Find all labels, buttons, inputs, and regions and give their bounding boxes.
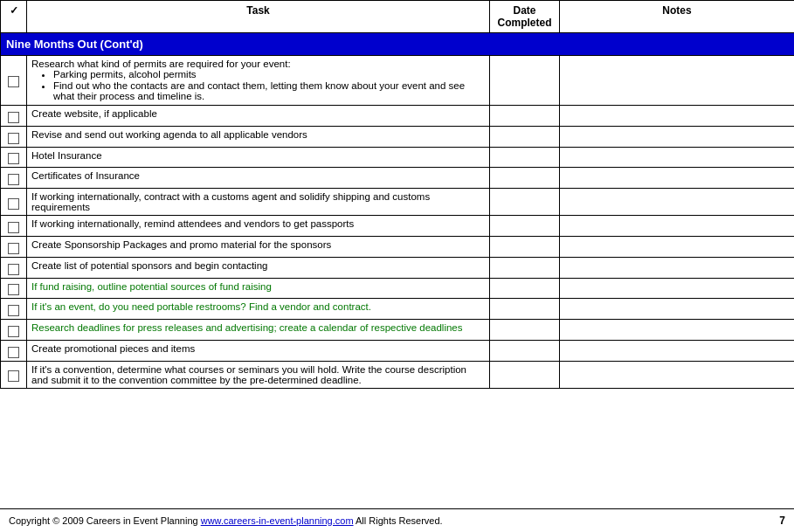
task-header: Task [27, 1, 490, 33]
table-row: If it's an event, do you need portable r… [1, 299, 795, 320]
task-text: If fund raising, outline potential sourc… [31, 281, 272, 292]
notes-cell [560, 126, 795, 147]
task-text: Create promotional pieces and items [31, 343, 195, 354]
checkbox-icon [8, 264, 19, 275]
check-cell [1, 216, 27, 237]
main-table: ✓ Task Date Completed Notes Nine Months … [0, 0, 794, 389]
copyright-text: Copyright © 2009 Careers in Event Planni… [9, 515, 198, 526]
table-row: Certificates of Insurance [1, 168, 795, 189]
task-cell: Create Sponsorship Packages and promo ma… [27, 236, 490, 257]
task-text: If it's a convention, determine what cou… [31, 364, 466, 385]
date-cell [490, 361, 560, 388]
footer-link[interactable]: www.careers-in-event-planning.com [201, 515, 354, 526]
check-cell [1, 299, 27, 320]
notes-cell [560, 168, 795, 189]
date-cell [490, 147, 560, 168]
date-cell [490, 189, 560, 216]
table-row: Create list of potential sponsors and be… [1, 257, 795, 278]
date-cell [490, 216, 560, 237]
checkbox-icon [8, 153, 19, 164]
check-cell [1, 56, 27, 106]
checkbox-icon [8, 198, 19, 210]
notes-cell [560, 320, 795, 341]
notes-cell [560, 361, 795, 388]
checkbox-icon [8, 112, 19, 123]
table-row: Research what kind of permits are requir… [1, 56, 795, 106]
table-row: Hotel Insurance [1, 147, 795, 168]
task-text: Certificates of Insurance [31, 170, 140, 181]
check-cell [1, 257, 27, 278]
notes-cell [560, 216, 795, 237]
notes-cell [560, 278, 795, 299]
check-header: ✓ [1, 1, 27, 33]
date-cell [490, 56, 560, 106]
list-item: Find out who the contacts are and contac… [53, 80, 485, 101]
checkbox-icon [8, 243, 19, 254]
task-cell: Create promotional pieces and items [27, 340, 490, 361]
table-row: Create website, if applicable [1, 106, 795, 127]
date-cell [490, 278, 560, 299]
task-text: If working internationally, contract wit… [31, 191, 430, 212]
task-text: Create list of potential sponsors and be… [31, 260, 267, 271]
page-container: ✓ Task Date Completed Notes Nine Months … [0, 0, 794, 532]
notes-cell [560, 189, 795, 216]
checkbox-icon [8, 76, 19, 87]
task-text: Create website, if applicable [31, 108, 157, 119]
table-row: Revise and send out working agenda to al… [1, 126, 795, 147]
task-text: Research what kind of permits are requir… [31, 59, 291, 69]
footer-left: Copyright © 2009 Careers in Event Planni… [9, 515, 779, 526]
check-cell [1, 106, 27, 127]
checkbox-icon [8, 222, 19, 233]
task-cell: Research what kind of permits are requir… [27, 56, 490, 106]
checkbox-icon [8, 347, 19, 358]
notes-cell [560, 299, 795, 320]
check-cell [1, 126, 27, 147]
task-cell: If it's a convention, determine what cou… [27, 361, 490, 388]
notes-cell [560, 236, 795, 257]
task-text: If working internationally, remind atten… [31, 218, 354, 229]
check-cell [1, 278, 27, 299]
task-cell: If working internationally, remind atten… [27, 216, 490, 237]
check-cell [1, 236, 27, 257]
date-cell [490, 299, 560, 320]
task-text: Revise and send out working agenda to al… [31, 129, 307, 140]
check-cell [1, 320, 27, 341]
task-cell: Create list of potential sponsors and be… [27, 257, 490, 278]
check-cell [1, 189, 27, 216]
list-item: Parking permits, alcohol permits [53, 69, 485, 79]
notes-header: Notes [560, 1, 795, 33]
header-row: ✓ Task Date Completed Notes [1, 1, 795, 33]
notes-cell [560, 340, 795, 361]
task-cell: Hotel Insurance [27, 147, 490, 168]
task-text: Hotel Insurance [31, 150, 102, 161]
notes-cell [560, 147, 795, 168]
table-row: Research deadlines for press releases an… [1, 320, 795, 341]
date-cell [490, 340, 560, 361]
date-cell [490, 126, 560, 147]
table-row: If it's a convention, determine what cou… [1, 361, 795, 388]
task-cell: If working internationally, contract wit… [27, 189, 490, 216]
date-header: Date Completed [490, 1, 560, 33]
rights-text: All Rights Reserved. [356, 515, 443, 526]
date-cell [490, 320, 560, 341]
task-text: Research deadlines for press releases an… [31, 322, 463, 333]
task-cell: If fund raising, outline potential sourc… [27, 278, 490, 299]
checkbox-icon [8, 326, 19, 337]
checkbox-icon [8, 305, 19, 316]
table-row: If working internationally, contract wit… [1, 189, 795, 216]
checkbox-icon [8, 370, 19, 382]
checkbox-icon [8, 174, 19, 185]
notes-cell [560, 257, 795, 278]
date-cell [490, 236, 560, 257]
page-footer: Copyright © 2009 Careers in Event Planni… [0, 508, 794, 532]
checkbox-icon [8, 133, 19, 144]
check-cell [1, 168, 27, 189]
check-cell [1, 361, 27, 388]
task-cell: Revise and send out working agenda to al… [27, 126, 490, 147]
date-cell [490, 168, 560, 189]
bullet-list: Parking permits, alcohol permits Find ou… [49, 69, 485, 101]
section-header-row: Nine Months Out (Cont'd) [1, 33, 795, 56]
table-row: If fund raising, outline potential sourc… [1, 278, 795, 299]
task-cell: Create website, if applicable [27, 106, 490, 127]
task-cell: If it's an event, do you need portable r… [27, 299, 490, 320]
